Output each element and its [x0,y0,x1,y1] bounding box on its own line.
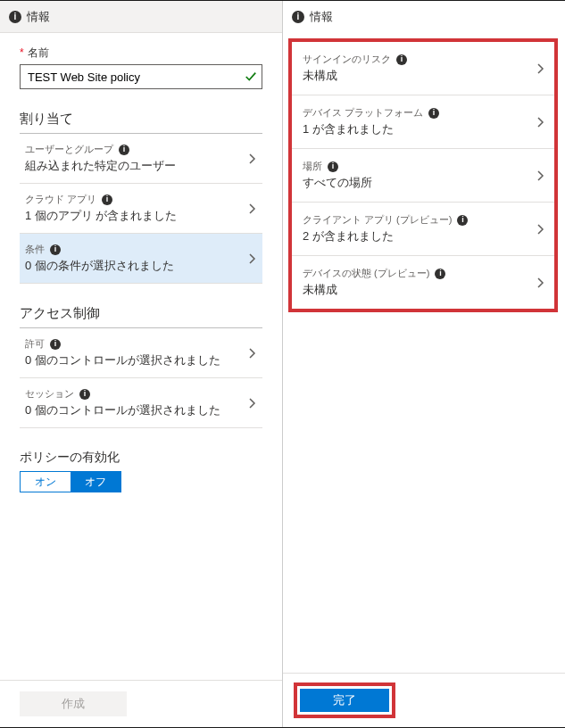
left-footer: 作成 [0,680,282,727]
name-input[interactable] [20,64,262,89]
section-assignment-title: 割り当て [20,111,262,134]
item-conditions[interactable]: 条件i 0 個の条件が選択されました [20,234,262,284]
item-client-apps[interactable]: クライアント アプリ (プレビュー)i 2 が含まれました [292,203,554,256]
left-tab-header: i 情報 [0,1,282,33]
chevron-right-icon [535,170,547,182]
check-icon [245,70,257,83]
item-cloud-apps[interactable]: クラウド アプリi 1 個のアプリ が含まれました [20,184,262,234]
chevron-right-icon [535,62,547,75]
chevron-right-icon [535,223,547,236]
create-button[interactable]: 作成 [20,691,127,716]
info-icon: i [396,54,407,65]
left-panel: i 情報 *名前 割り当て ユーザーとグループi 組み込まれた特定のユーザー [0,1,283,727]
right-footer: 完了 [283,673,565,727]
right-panel: i 情報 サインインのリスクi 未構成 デバイス プラットフォームi 1 が含ま… [283,1,565,727]
info-icon: i [50,339,61,350]
info-icon: i [457,215,468,226]
item-device-platform[interactable]: デバイス プラットフォームi 1 が含まれました [292,95,554,149]
info-icon: i [435,269,445,279]
left-tab-label: 情報 [27,9,50,25]
conditions-highlight: サインインのリスクi 未構成 デバイス プラットフォームi 1 が含まれました … [288,38,558,312]
info-icon: i [50,244,61,255]
section-access-title: アクセス制御 [20,305,262,328]
toggle-on[interactable]: オン [21,472,71,492]
item-device-state[interactable]: デバイスの状態 (プレビュー)i 未構成 [292,256,554,309]
info-icon: i [328,161,338,172]
required-marker: * [20,46,24,59]
name-field-label: *名前 [20,46,262,61]
info-icon: i [119,145,129,155]
policy-enable-toggle: オン オフ [20,471,121,492]
name-input-wrap [20,64,262,89]
info-icon: i [9,11,21,23]
policy-enable-title: ポリシーの有効化 [20,450,262,466]
done-button-highlight: 完了 [294,682,395,718]
done-button[interactable]: 完了 [300,689,389,712]
info-icon: i [292,11,304,23]
chevron-right-icon [246,252,259,265]
chevron-right-icon [246,203,259,215]
chevron-right-icon [246,347,259,360]
right-tab-label: 情報 [310,9,333,25]
chevron-right-icon [535,116,547,128]
info-icon: i [79,389,90,400]
chevron-right-icon [246,153,259,165]
right-panel-body: サインインのリスクi 未構成 デバイス プラットフォームi 1 が含まれました … [283,33,565,673]
item-grant[interactable]: 許可i 0 個のコントロールが選択されました [20,328,262,378]
item-session[interactable]: セッションi 0 個のコントロールが選択されました [20,378,262,428]
toggle-off[interactable]: オフ [71,472,120,492]
item-locations[interactable]: 場所i すべての場所 [292,149,554,203]
info-icon: i [428,108,439,119]
chevron-right-icon [246,397,259,410]
item-users-groups[interactable]: ユーザーとグループi 組み込まれた特定のユーザー [20,134,262,184]
left-panel-body: *名前 割り当て ユーザーとグループi 組み込まれた特定のユーザー クラウド [0,33,282,680]
right-tab-header: i 情報 [283,1,565,33]
item-signin-risk[interactable]: サインインのリスクi 未構成 [292,42,554,95]
chevron-right-icon [535,277,547,289]
info-icon: i [102,194,112,205]
